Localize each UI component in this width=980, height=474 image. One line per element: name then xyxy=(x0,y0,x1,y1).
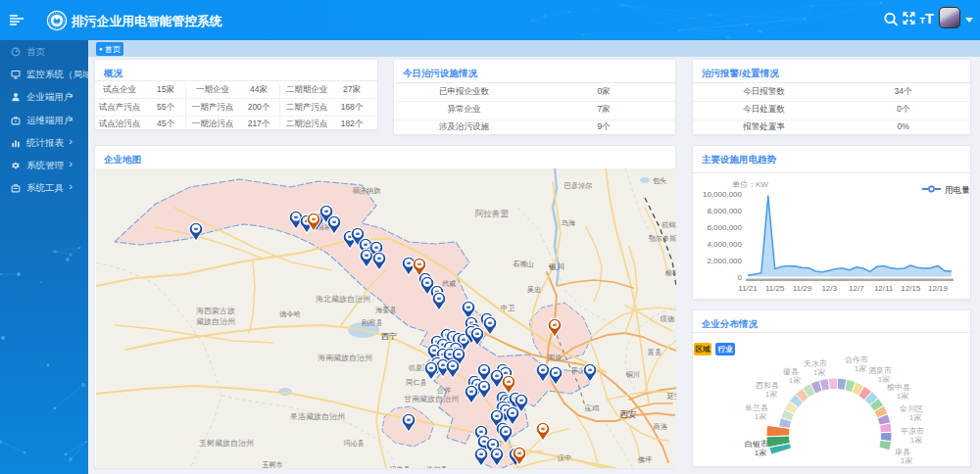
svg-text:鄂尔多斯: 鄂尔多斯 xyxy=(649,234,676,243)
svg-text:12/3: 12/3 xyxy=(821,284,837,293)
svg-text:海北藏族自治州: 海北藏族自治州 xyxy=(316,295,370,304)
svg-text:皋兰县: 皋兰县 xyxy=(745,403,768,412)
svg-text:同仁县: 同仁县 xyxy=(406,378,427,387)
svg-text:1家: 1家 xyxy=(765,390,777,399)
svg-text:商洛: 商洛 xyxy=(653,422,667,431)
svg-text:吴忠: 吴忠 xyxy=(527,285,541,294)
svg-text:包头: 包头 xyxy=(653,176,666,185)
svg-text:海西蒙古族: 海西蒙古族 xyxy=(196,307,235,315)
svg-text:合作市: 合作市 xyxy=(845,356,868,364)
svg-text:康县: 康县 xyxy=(895,448,910,456)
svg-text:11/29: 11/29 xyxy=(793,284,812,293)
svg-text:杭锦旗: 杭锦旗 xyxy=(661,220,676,229)
svg-text:12/15: 12/15 xyxy=(901,284,921,293)
svg-text:1家: 1家 xyxy=(789,376,801,385)
svg-text:延安: 延安 xyxy=(666,392,676,401)
svg-text:西安: 西安 xyxy=(620,409,638,419)
svg-text:10,000,000: 10,000,000 xyxy=(703,190,743,199)
svg-text:武威: 武威 xyxy=(442,279,456,288)
svg-text:富县: 富县 xyxy=(648,348,662,356)
svg-text:汉中: 汉中 xyxy=(558,453,571,462)
svg-text:银川: 银川 xyxy=(548,262,564,271)
svg-text:乌海: 乌海 xyxy=(562,218,575,227)
svg-text:11/25: 11/25 xyxy=(765,284,785,293)
svg-text:合作: 合作 xyxy=(437,386,452,395)
svg-text:天水市: 天水市 xyxy=(804,359,827,368)
svg-text:海晏县: 海晏县 xyxy=(375,306,397,314)
svg-text:白银市: 白银市 xyxy=(745,440,768,449)
svg-text:T: T xyxy=(925,11,934,26)
svg-text:榆林: 榆林 xyxy=(665,268,676,277)
svg-text:1家: 1家 xyxy=(755,412,766,421)
svg-text:玉树藏族自治州: 玉树藏族自治州 xyxy=(199,439,254,448)
svg-text:1家: 1家 xyxy=(910,436,922,445)
svg-text:1家: 1家 xyxy=(897,392,908,401)
svg-text:12/11: 12/11 xyxy=(874,284,894,293)
svg-text:玛曲县: 玛曲县 xyxy=(389,465,411,468)
svg-text:中卫: 中卫 xyxy=(501,304,514,312)
svg-text:绥德: 绥德 xyxy=(661,314,675,323)
svg-text:铜川: 铜川 xyxy=(625,370,640,379)
svg-text:迭部县: 迭部县 xyxy=(426,465,448,468)
svg-text:海南藏族自治州: 海南藏族自治州 xyxy=(318,354,372,362)
svg-text:金川区: 金川区 xyxy=(899,404,923,413)
svg-text:6,000,000: 6,000,000 xyxy=(707,223,742,232)
svg-text:巴彦淖尔: 巴彦淖尔 xyxy=(564,181,593,190)
svg-text:12/19: 12/19 xyxy=(928,284,949,293)
svg-text:阿拉善盟: 阿拉善盟 xyxy=(475,209,510,218)
svg-text:藏族自治州: 藏族自治州 xyxy=(196,317,235,326)
svg-text:8,000,000: 8,000,000 xyxy=(707,207,742,215)
svg-text:酒泉市: 酒泉市 xyxy=(868,366,892,375)
svg-text:额济纳旗: 额济纳旗 xyxy=(353,186,381,195)
svg-text:玛沁县: 玛沁县 xyxy=(343,439,365,448)
svg-text:玉树市: 玉树市 xyxy=(262,460,283,468)
svg-text:佛坪: 佛坪 xyxy=(638,455,652,464)
svg-text:德令哈: 德令哈 xyxy=(279,309,301,318)
svg-text:1家: 1家 xyxy=(901,456,912,465)
svg-text:平凉市: 平凉市 xyxy=(901,427,924,436)
svg-text:甘南藏族自治州: 甘南藏族自治州 xyxy=(404,395,459,403)
svg-text:用电量: 用电量 xyxy=(945,185,970,195)
svg-text:果洛藏族自治州: 果洛藏族自治州 xyxy=(290,412,345,421)
svg-text:固原: 固原 xyxy=(548,354,562,362)
svg-text:徽县: 徽县 xyxy=(783,367,799,376)
svg-text:西宁: 西宁 xyxy=(381,332,397,341)
svg-text:4,000,000: 4,000,000 xyxy=(707,240,742,249)
svg-text:榆中县: 榆中县 xyxy=(887,383,910,392)
svg-text:西和县: 西和县 xyxy=(756,381,779,390)
svg-text:0: 0 xyxy=(738,273,743,282)
svg-text:12/7: 12/7 xyxy=(849,284,864,293)
svg-text:宝鸡: 宝鸡 xyxy=(585,403,599,412)
svg-text:刚察县: 刚察县 xyxy=(362,318,383,327)
svg-text:1家: 1家 xyxy=(813,368,825,377)
svg-text:1家: 1家 xyxy=(855,364,866,373)
svg-text:1家: 1家 xyxy=(755,449,766,457)
svg-text:1家: 1家 xyxy=(909,413,921,422)
svg-text:石嘴山: 石嘴山 xyxy=(513,260,534,268)
svg-text:11/21: 11/21 xyxy=(738,284,758,293)
svg-text:单位：KW: 单位：KW xyxy=(732,180,768,189)
svg-text:T: T xyxy=(920,16,926,25)
svg-text:2,000,000: 2,000,000 xyxy=(707,257,742,265)
